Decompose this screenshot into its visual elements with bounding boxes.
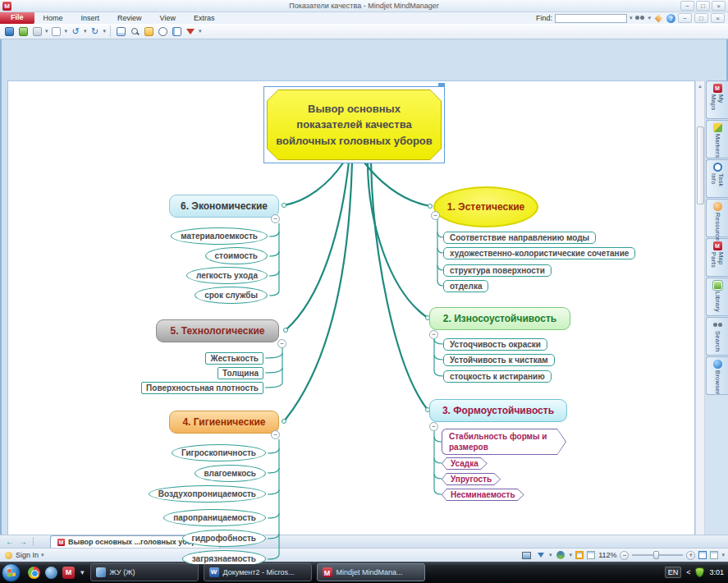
mindmanager-pinned-icon[interactable]: M bbox=[62, 567, 75, 579]
chrome-icon[interactable] bbox=[28, 567, 40, 579]
start-button[interactable] bbox=[2, 563, 21, 582]
doc-close-button[interactable]: × bbox=[711, 13, 725, 23]
vertical-scroll-thumb[interactable] bbox=[697, 126, 704, 204]
subtopic[interactable]: художественно-колористические сочетание bbox=[443, 247, 635, 259]
file-menu-button[interactable]: File bbox=[0, 12, 34, 24]
view-options-caret[interactable]: ▾ bbox=[721, 552, 725, 558]
tab-review[interactable]: Review bbox=[108, 12, 151, 24]
toolbar-overflow-caret[interactable]: ▾ bbox=[199, 28, 202, 34]
collapse-toggle[interactable]: − bbox=[271, 430, 280, 439]
search-options-caret[interactable]: ▾ bbox=[648, 15, 651, 21]
central-topic[interactable]: Вывор основных показателей качества войл… bbox=[263, 86, 445, 163]
selection-handle[interactable] bbox=[438, 83, 445, 87]
subtopic[interactable]: срок службы bbox=[195, 287, 268, 304]
pane-tab-markers[interactable]: Markers bbox=[706, 120, 728, 158]
window-close-button[interactable]: × bbox=[712, 1, 726, 11]
window-maximize-button[interactable]: □ bbox=[696, 1, 710, 11]
pane-tab-my-maps[interactable]: M My Maps bbox=[706, 80, 728, 119]
binoculars-icon[interactable] bbox=[634, 14, 645, 23]
map-canvas[interactable]: Вывор основных показателей качества войл… bbox=[7, 80, 695, 565]
subtopic[interactable]: Упругость bbox=[442, 473, 501, 485]
vertical-scrollbar[interactable]: ▲ ▼ bbox=[695, 80, 705, 565]
taskbar-button-word[interactable]: W Документ2 - Micros... bbox=[204, 563, 312, 581]
window-minimize-button[interactable]: − bbox=[680, 1, 694, 11]
print-caret[interactable]: ▾ bbox=[45, 28, 48, 34]
subtopic[interactable]: Стабильность формы и размеров bbox=[442, 429, 566, 455]
view-options-button[interactable] bbox=[710, 551, 718, 559]
doc-restore-button[interactable]: □ bbox=[694, 13, 708, 23]
subtopic[interactable]: загрязнаемость bbox=[182, 550, 266, 565]
subtopic[interactable]: Устоqчивость окраски bbox=[443, 338, 547, 351]
tab-extras[interactable]: Extras bbox=[185, 12, 224, 24]
print-button[interactable] bbox=[31, 25, 43, 37]
toolbar-expand-icon[interactable]: ▾ bbox=[80, 568, 85, 576]
find-input[interactable] bbox=[555, 14, 627, 23]
favorites-icon[interactable] bbox=[653, 14, 664, 23]
pane-tab-browser[interactable]: Browser bbox=[706, 356, 728, 395]
presentation-button[interactable] bbox=[115, 25, 126, 37]
subtopic[interactable]: материалоемкость bbox=[171, 227, 268, 245]
language-indicator[interactable]: EN bbox=[665, 567, 682, 578]
save-button[interactable] bbox=[3, 25, 15, 37]
subtopic[interactable]: стоцкость к истиранию bbox=[443, 370, 552, 383]
undo-button[interactable]: ↺ bbox=[70, 25, 81, 37]
subtopic[interactable]: паропраницаемость bbox=[163, 509, 266, 526]
tab-view[interactable]: View bbox=[151, 12, 185, 24]
subtopic[interactable]: отделка bbox=[443, 280, 488, 292]
collapse-toggle[interactable]: − bbox=[277, 339, 286, 348]
app-launcher-icon[interactable] bbox=[45, 567, 57, 579]
tab-home[interactable]: Home bbox=[34, 12, 72, 24]
subtopic[interactable]: легкость ухода bbox=[186, 267, 268, 284]
topic-iznosoustoichivost[interactable]: 2. Износоустойчивость bbox=[429, 307, 570, 330]
topic-formoustoichivost[interactable]: 3. Формоустойчивость bbox=[429, 399, 567, 422]
redo-button[interactable]: ↻ bbox=[89, 25, 101, 37]
undo-caret[interactable]: ▾ bbox=[84, 28, 87, 34]
recent-button[interactable] bbox=[157, 25, 168, 37]
subtopic[interactable]: Воздухопроницаемость bbox=[149, 485, 266, 503]
topic-ekonomicheskie[interactable]: 6. Экономические bbox=[169, 195, 279, 218]
subtopic[interactable]: влагоемкось bbox=[195, 465, 266, 482]
pane-tab-resources[interactable]: Resources bbox=[706, 199, 728, 237]
collapse-toggle[interactable]: − bbox=[271, 214, 280, 223]
new-caret[interactable]: ▾ bbox=[65, 28, 68, 34]
taskbar-button-mindmanager[interactable]: M Mindjet MindMana... bbox=[317, 563, 425, 581]
doc-minimize-button[interactable]: − bbox=[678, 13, 692, 23]
subtopic[interactable]: структура поверхности bbox=[443, 264, 552, 277]
topic-tekhnologicheskie[interactable]: 5. Технологические bbox=[156, 319, 279, 342]
tab-insert[interactable]: Insert bbox=[72, 12, 109, 24]
pane-tab-map-parts[interactable]: M Map Parts bbox=[706, 238, 728, 277]
topic-gigienicheskie[interactable]: 4. Гигиенические bbox=[169, 411, 279, 434]
layout-button[interactable] bbox=[171, 25, 182, 37]
subtopic[interactable]: Поверхностьная плотность bbox=[141, 382, 263, 394]
subtopic[interactable]: Толщина bbox=[217, 367, 263, 379]
taskbar-button-explorer[interactable]: ЖУ (Ж) bbox=[90, 563, 199, 581]
collapse-toggle[interactable]: − bbox=[429, 330, 438, 339]
subtopic[interactable]: Несминаемость bbox=[442, 489, 524, 501]
send-button[interactable] bbox=[17, 25, 29, 37]
find-dropdown-caret[interactable]: ▾ bbox=[630, 15, 633, 21]
subtopic[interactable]: Соответствие направлению моды bbox=[443, 232, 596, 244]
tray-expand-icon[interactable]: < bbox=[686, 568, 690, 576]
collapse-toggle[interactable]: − bbox=[431, 211, 440, 220]
subtopic[interactable]: стоимость bbox=[205, 247, 268, 264]
pane-tab-library[interactable]: Library bbox=[706, 278, 728, 316]
subtopic[interactable]: гидрофобность bbox=[182, 530, 266, 547]
subtopic[interactable]: Усадка bbox=[442, 457, 488, 470]
open-folder-button[interactable] bbox=[143, 25, 154, 37]
subtopic[interactable]: Жестькость bbox=[205, 352, 263, 365]
browser-icon bbox=[713, 360, 722, 369]
filter-button[interactable] bbox=[185, 25, 196, 37]
topic-esteticheskie[interactable]: 1. Эстетические bbox=[433, 186, 538, 227]
subtopic[interactable]: Устойчивость к чисткам bbox=[443, 354, 555, 366]
fit-map-button[interactable] bbox=[698, 551, 707, 559]
redo-caret[interactable]: ▾ bbox=[103, 28, 107, 34]
new-document-button[interactable] bbox=[51, 25, 62, 37]
subtopic[interactable]: Гигроскопичность bbox=[172, 444, 266, 461]
scroll-up-icon[interactable]: ▲ bbox=[696, 82, 704, 90]
zoom-find-button[interactable] bbox=[129, 25, 140, 37]
pane-tab-search[interactable]: Search bbox=[706, 317, 728, 356]
security-shield-icon[interactable] bbox=[695, 567, 704, 577]
collapse-toggle[interactable]: − bbox=[429, 422, 438, 431]
help-icon[interactable]: ? bbox=[666, 14, 675, 23]
pane-tab-task-info[interactable]: Task Info bbox=[706, 159, 728, 198]
